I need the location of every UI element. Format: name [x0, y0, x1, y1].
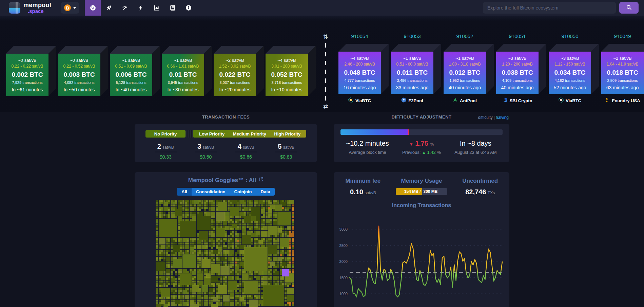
block-top-face [549, 44, 599, 52]
pool-f2pool-icon [401, 97, 406, 104]
minimum-fee-label: Minimum fee [334, 178, 392, 184]
chain-block-slot: 910050~3 sat/vB1.12 - 150 sat/vB0.034 BT… [549, 33, 599, 104]
block-eta: 52 minutes ago [549, 85, 591, 90]
nav-about[interactable] [180, 0, 196, 16]
nav-mining[interactable] [117, 0, 133, 16]
pool-sbi-icon [502, 97, 507, 104]
block-tx-count: 3,037 transactions [214, 80, 256, 85]
avg-block-time: ~10.2 minutes Average block time [340, 140, 394, 155]
fee-rate-unit: sat/vB [162, 145, 174, 150]
pool-link[interactable]: BViaBTC [549, 97, 591, 104]
mempool-block[interactable]: ~1 sat/vB0.51 - 0.69 sat/vB0.006 BTC5,12… [110, 46, 160, 96]
brand-logo[interactable]: mempool .space [9, 2, 51, 14]
halving-link[interactable]: halving [496, 115, 509, 120]
block-top-face [266, 46, 316, 54]
block-height-link[interactable]: 910052 [444, 33, 486, 39]
incoming-transactions-title: Incoming Transactions [334, 202, 509, 209]
nav-acceleration[interactable] [101, 0, 117, 16]
fee-estimate: 3 sat/vB$0.50 [186, 143, 226, 160]
pool-link[interactable]: BViaBTC [338, 97, 381, 104]
nav-dashboard[interactable] [85, 0, 101, 16]
block-front-face: ~0 sat/vB0.22 - 0.52 sat/vB0.003 BTC4,08… [58, 54, 100, 96]
fee-usd-value: $0.50 [186, 154, 226, 160]
mempool-block[interactable]: ~4 sat/vB3.01 - 200 sat/vB0.052 BTC3,718… [266, 46, 316, 96]
block-side-face [433, 44, 441, 94]
difficulty-change: ▼ 1.75 % Previous: ▲ 1.42 % [394, 140, 448, 155]
block-height-link[interactable]: 910053 [391, 33, 433, 39]
down-arrow-icon: ▼ [409, 142, 413, 147]
fee-rate-unit: sat/vB [203, 145, 214, 150]
block-fee-range: 2.46 - 200 sat/vB [338, 62, 381, 67]
difficulty-progress-fill [340, 129, 409, 135]
block-height-link[interactable]: 910054 [338, 33, 381, 39]
incoming-transactions-chart: 30002500200015001000500 [335, 211, 508, 307]
block-eta: 63 minutes ago [601, 85, 644, 90]
block-side-face [256, 46, 264, 96]
block-side-face [48, 46, 56, 96]
mempool-treemap[interactable] [156, 200, 295, 307]
chain-block-slot: 910049~2 sat/vB1.04 - 41.9 sat/vB0.018 B… [601, 33, 644, 104]
mined-block[interactable]: ~3 sat/vB1.20 - 200 sat/vB0.038 BTC4,109… [496, 44, 546, 94]
block-front-face: ~1 sat/vB0.66 - 1.61 sat/vB0.01 BTC3,945… [162, 54, 204, 96]
nav-lightning[interactable] [133, 0, 149, 16]
block-median-fee: ~0 sat/vB [58, 54, 100, 63]
block-median-fee: ~1 sat/vB [162, 54, 204, 63]
pool-link[interactable]: Foundry USA [601, 97, 644, 104]
block-front-face: ~1 sat/vB0.51 - 60.0 sat/vB0.011 BTC3,49… [391, 52, 433, 94]
block-median-fee: ~1 sat/vB [391, 52, 433, 61]
block-side-face [591, 44, 599, 94]
block-eta: In ~50 minutes [58, 87, 100, 92]
block-height-link[interactable]: 910049 [601, 33, 644, 39]
fee-estimate: 4 sat/vB$0.66 [226, 143, 266, 160]
block-eta: In ~20 minutes [214, 87, 256, 92]
difficulty-title-row: DIFFICULTY ADJUSTMENT difficulty|halving [334, 114, 509, 121]
fee-bar-stripes [186, 130, 193, 138]
nav-docs[interactable] [164, 0, 180, 16]
svg-text:3000: 3000 [339, 227, 348, 231]
block-side-face [539, 44, 546, 94]
block-fee-range: 1.20 - 200 sat/vB [496, 62, 539, 67]
mined-block[interactable]: ~1 sat/vB1.00 - 31.8 sat/vB0.012 BTC1,95… [444, 44, 494, 94]
block-height-link[interactable]: 910051 [496, 33, 539, 39]
block-side-face [486, 44, 494, 94]
mempool-block[interactable]: ~0 sat/vB0.22 - 0.52 sat/vB0.003 BTC4,08… [58, 46, 108, 96]
search-input[interactable] [483, 2, 616, 14]
pool-name: Foundry USA [612, 98, 640, 103]
pool-name: ViaBTC [566, 98, 581, 103]
fee-usd-value: $0.33 [145, 154, 186, 160]
block-total-btc: 0.018 BTC [601, 69, 644, 76]
nav-graphs[interactable] [149, 0, 164, 16]
currency-selector[interactable]: B [61, 2, 79, 14]
goggles-tab-consolidation[interactable]: Consolidation [192, 188, 230, 196]
block-height-link[interactable]: 910050 [549, 33, 591, 39]
fee-rate-value: 4 [238, 143, 241, 150]
mempool-block[interactable]: ~1 sat/vB0.66 - 1.61 sat/vB0.01 BTC3,945… [162, 46, 212, 96]
mined-block[interactable]: ~1 sat/vB0.51 - 60.0 sat/vB0.011 BTC3,49… [391, 44, 441, 94]
fee-tier-low-priority[interactable]: Low Priority [193, 130, 231, 138]
fee-tier-high-priority[interactable]: High Priority [269, 130, 306, 138]
pool-link[interactable]: AntPool [444, 97, 486, 104]
fee-tier-medium-priority[interactable]: Medium Priority [231, 130, 268, 138]
goggles-tab-data[interactable]: Data [256, 188, 275, 196]
pool-link[interactable]: F2Pool [391, 97, 433, 104]
block-side-face [100, 46, 108, 96]
block-total-btc: 0.011 BTC [391, 69, 433, 76]
fee-tier-no-priority[interactable]: No Priority [145, 130, 186, 138]
mined-block[interactable]: ~3 sat/vB1.12 - 150 sat/vB0.034 BTC4,162… [549, 44, 599, 94]
divider-dashed-line [325, 43, 326, 101]
mempool-block[interactable]: ~0 sat/vB0.22 - 0.22 sat/vB0.002 BTC7,92… [6, 46, 56, 96]
difficulty-link[interactable]: difficulty [478, 115, 493, 120]
block-fee-range: 1.04 - 41.9 sat/vB [601, 62, 644, 67]
external-link-icon[interactable] [258, 177, 264, 184]
mined-block[interactable]: ~4 sat/vB2.46 - 200 sat/vB0.048 BTC4,777… [338, 44, 389, 94]
search-button[interactable] [619, 2, 639, 14]
block-fee-range: 0.66 - 1.61 sat/vB [162, 64, 204, 69]
mined-block[interactable]: ~2 sat/vB1.04 - 41.9 sat/vB0.018 BTC2,50… [601, 44, 644, 94]
pool-link[interactable]: SBI Crypto [496, 97, 539, 104]
mempool-block[interactable]: ~2 sat/vB1.52 - 3.02 sat/vB0.022 BTC3,03… [214, 46, 264, 96]
chain-blocks-rail: 910054~4 sat/vB2.46 - 200 sat/vB0.048 BT… [338, 33, 644, 104]
block-fee-range: 1.12 - 150 sat/vB [549, 62, 591, 67]
goggles-tab-all[interactable]: All [177, 188, 192, 196]
goggles-tab-coinjoin[interactable]: Coinjoin [230, 188, 256, 196]
fee-rate-value: 2 [157, 143, 161, 150]
